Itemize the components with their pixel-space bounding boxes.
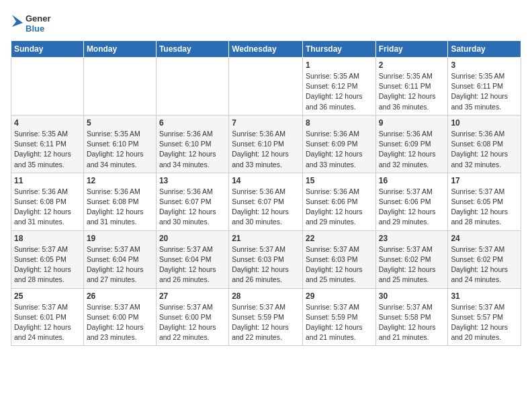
calendar-cell: 13Sunrise: 5:36 AMSunset: 6:07 PMDayligh… [156, 173, 228, 230]
day-info: Sunrise: 5:36 AMSunset: 6:09 PMDaylight:… [306, 129, 373, 170]
calendar-cell [229, 58, 303, 116]
calendar-cell: 21Sunrise: 5:37 AMSunset: 6:03 PMDayligh… [229, 230, 303, 288]
day-info: Sunrise: 5:35 AMSunset: 6:11 PMDaylight:… [14, 129, 81, 170]
day-info: Sunrise: 5:37 AMSunset: 6:04 PMDaylight:… [159, 244, 226, 285]
day-number: 1 [306, 60, 373, 70]
svg-text:General: General [26, 13, 51, 24]
calendar-cell: 27Sunrise: 5:37 AMSunset: 6:00 PMDayligh… [156, 288, 228, 346]
day-number: 25 [14, 291, 81, 301]
day-info: Sunrise: 5:36 AMSunset: 6:10 PMDaylight:… [159, 129, 226, 170]
day-number: 3 [451, 60, 518, 70]
day-info: Sunrise: 5:37 AMSunset: 6:01 PMDaylight:… [14, 302, 81, 343]
day-number: 19 [87, 234, 153, 243]
day-number: 12 [87, 176, 153, 185]
day-number: 5 [87, 118, 153, 128]
day-info: Sunrise: 5:37 AMSunset: 6:04 PMDaylight:… [87, 244, 153, 285]
calendar-cell: 18Sunrise: 5:37 AMSunset: 6:05 PMDayligh… [11, 230, 84, 288]
day-number: 20 [159, 234, 226, 243]
day-number: 4 [14, 118, 81, 128]
day-info: Sunrise: 5:37 AMSunset: 6:03 PMDaylight:… [306, 244, 373, 285]
day-number: 9 [379, 118, 445, 128]
col-header-sunday: Sunday [11, 41, 84, 58]
col-header-friday: Friday [375, 41, 448, 58]
calendar-cell: 4Sunrise: 5:35 AMSunset: 6:11 PMDaylight… [11, 115, 84, 173]
calendar-cell: 15Sunrise: 5:36 AMSunset: 6:06 PMDayligh… [302, 173, 375, 230]
calendar-cell: 6Sunrise: 5:36 AMSunset: 6:10 PMDaylight… [156, 115, 228, 173]
day-number: 15 [306, 176, 373, 185]
calendar-cell: 17Sunrise: 5:37 AMSunset: 6:05 PMDayligh… [448, 173, 521, 230]
day-info: Sunrise: 5:35 AMSunset: 6:10 PMDaylight:… [87, 129, 153, 170]
calendar-cell: 22Sunrise: 5:37 AMSunset: 6:03 PMDayligh… [302, 230, 375, 288]
calendar-cell: 24Sunrise: 5:37 AMSunset: 6:02 PMDayligh… [448, 230, 521, 288]
day-number: 28 [232, 291, 300, 301]
day-number: 31 [451, 291, 518, 301]
calendar-cell: 11Sunrise: 5:36 AMSunset: 6:08 PMDayligh… [11, 173, 84, 230]
calendar-cell: 7Sunrise: 5:36 AMSunset: 6:10 PMDaylight… [229, 115, 303, 173]
calendar-cell: 12Sunrise: 5:36 AMSunset: 6:08 PMDayligh… [83, 173, 156, 230]
calendar-cell: 29Sunrise: 5:37 AMSunset: 5:59 PMDayligh… [302, 288, 375, 346]
day-number: 23 [379, 234, 445, 243]
calendar-cell: 25Sunrise: 5:37 AMSunset: 6:01 PMDayligh… [11, 288, 84, 346]
day-info: Sunrise: 5:37 AMSunset: 6:00 PMDaylight:… [159, 302, 226, 343]
day-number: 29 [306, 291, 373, 301]
day-info: Sunrise: 5:35 AMSunset: 6:11 PMDaylight:… [451, 71, 518, 112]
calendar-cell: 8Sunrise: 5:36 AMSunset: 6:09 PMDaylight… [302, 115, 375, 173]
day-info: Sunrise: 5:36 AMSunset: 6:07 PMDaylight:… [159, 187, 226, 228]
col-header-tuesday: Tuesday [156, 41, 228, 58]
day-info: Sunrise: 5:36 AMSunset: 6:09 PMDaylight:… [379, 129, 445, 170]
col-header-saturday: Saturday [448, 41, 521, 58]
calendar-week-1: 1Sunrise: 5:35 AMSunset: 6:12 PMDaylight… [11, 58, 521, 116]
day-number: 2 [379, 60, 445, 70]
day-number: 6 [159, 118, 226, 128]
day-info: Sunrise: 5:36 AMSunset: 6:06 PMDaylight:… [306, 187, 373, 228]
calendar-cell: 28Sunrise: 5:37 AMSunset: 5:59 PMDayligh… [229, 288, 303, 346]
day-number: 21 [232, 234, 300, 243]
day-info: Sunrise: 5:37 AMSunset: 6:03 PMDaylight:… [232, 244, 300, 285]
day-info: Sunrise: 5:36 AMSunset: 6:10 PMDaylight:… [232, 129, 300, 170]
calendar-cell [83, 58, 156, 116]
calendar-cell: 31Sunrise: 5:37 AMSunset: 5:57 PMDayligh… [448, 288, 521, 346]
col-header-monday: Monday [83, 41, 156, 58]
calendar-cell: 30Sunrise: 5:37 AMSunset: 5:58 PMDayligh… [375, 288, 448, 346]
svg-text:Blue: Blue [26, 24, 44, 34]
day-info: Sunrise: 5:37 AMSunset: 5:59 PMDaylight:… [306, 302, 373, 343]
calendar-header-row: SundayMondayTuesdayWednesdayThursdayFrid… [11, 41, 521, 58]
day-info: Sunrise: 5:37 AMSunset: 6:05 PMDaylight:… [14, 244, 81, 285]
day-number: 17 [451, 176, 518, 185]
calendar-cell: 26Sunrise: 5:37 AMSunset: 6:00 PMDayligh… [83, 288, 156, 346]
logo-svg: GeneralBlue [11, 11, 51, 35]
day-info: Sunrise: 5:37 AMSunset: 6:00 PMDaylight:… [87, 302, 153, 343]
calendar-cell: 9Sunrise: 5:36 AMSunset: 6:09 PMDaylight… [375, 115, 448, 173]
day-info: Sunrise: 5:36 AMSunset: 6:08 PMDaylight:… [451, 129, 518, 170]
day-number: 27 [159, 291, 226, 301]
calendar-table: SundayMondayTuesdayWednesdayThursdayFrid… [11, 40, 521, 346]
calendar-week-4: 18Sunrise: 5:37 AMSunset: 6:05 PMDayligh… [11, 230, 521, 288]
calendar-cell: 2Sunrise: 5:35 AMSunset: 6:11 PMDaylight… [375, 58, 448, 116]
day-number: 24 [451, 234, 518, 243]
calendar-cell [11, 58, 84, 116]
calendar-cell: 23Sunrise: 5:37 AMSunset: 6:02 PMDayligh… [375, 230, 448, 288]
day-info: Sunrise: 5:37 AMSunset: 6:06 PMDaylight:… [379, 187, 445, 228]
calendar-cell: 19Sunrise: 5:37 AMSunset: 6:04 PMDayligh… [83, 230, 156, 288]
day-number: 30 [379, 291, 445, 301]
page-header: GeneralBlue [11, 11, 521, 35]
calendar-week-5: 25Sunrise: 5:37 AMSunset: 6:01 PMDayligh… [11, 288, 521, 346]
svg-marker-0 [12, 15, 23, 27]
day-info: Sunrise: 5:36 AMSunset: 6:07 PMDaylight:… [232, 187, 300, 228]
day-info: Sunrise: 5:37 AMSunset: 5:57 PMDaylight:… [451, 302, 518, 343]
calendar-cell [156, 58, 228, 116]
day-info: Sunrise: 5:36 AMSunset: 6:08 PMDaylight:… [14, 187, 81, 228]
day-info: Sunrise: 5:37 AMSunset: 5:59 PMDaylight:… [232, 302, 300, 343]
calendar-cell: 1Sunrise: 5:35 AMSunset: 6:12 PMDaylight… [302, 58, 375, 116]
calendar-week-3: 11Sunrise: 5:36 AMSunset: 6:08 PMDayligh… [11, 173, 521, 230]
day-number: 8 [306, 118, 373, 128]
calendar-cell: 16Sunrise: 5:37 AMSunset: 6:06 PMDayligh… [375, 173, 448, 230]
col-header-wednesday: Wednesday [229, 41, 303, 58]
logo: GeneralBlue [11, 11, 51, 35]
day-number: 26 [87, 291, 153, 301]
day-number: 10 [451, 118, 518, 128]
day-info: Sunrise: 5:37 AMSunset: 6:02 PMDaylight:… [451, 244, 518, 285]
calendar-cell: 3Sunrise: 5:35 AMSunset: 6:11 PMDaylight… [448, 58, 521, 116]
day-number: 16 [379, 176, 445, 185]
calendar-cell: 14Sunrise: 5:36 AMSunset: 6:07 PMDayligh… [229, 173, 303, 230]
